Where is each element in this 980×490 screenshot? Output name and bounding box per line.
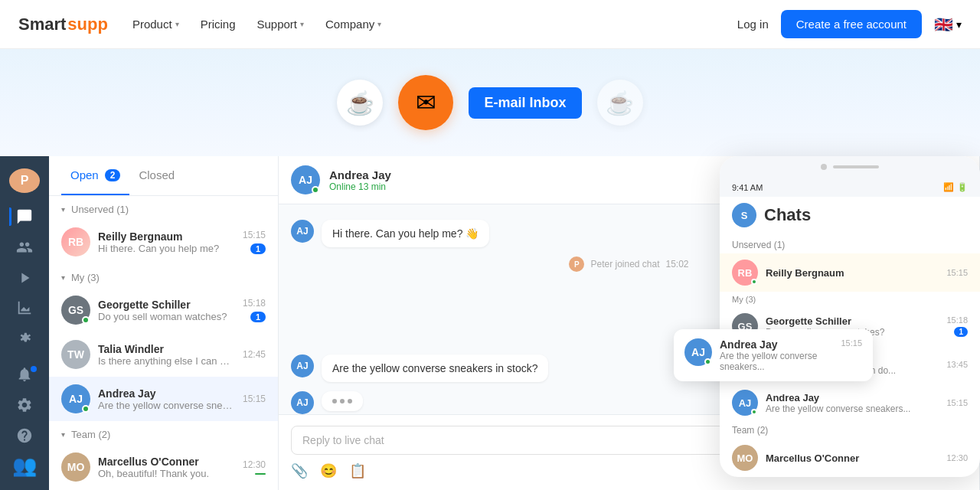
avatar-andrea: AJ <box>61 384 90 413</box>
tab-open[interactable]: Open 2 <box>61 156 129 195</box>
typing-indicator <box>322 391 363 411</box>
chevron-down-icon: ▾ <box>175 20 179 28</box>
online-dot <box>82 405 90 413</box>
sidebar-item-chat[interactable] <box>9 205 40 230</box>
phone-avatar-reilly: RB <box>732 260 758 286</box>
camera-icon <box>821 164 827 170</box>
nav-pricing[interactable]: Pricing <box>201 18 236 31</box>
msg-avatar-2: AJ <box>291 354 314 377</box>
phone-status-bar: 9:41 AM 📶 🔋 <box>720 178 980 197</box>
chat-contact-name: Andrea Jay <box>329 168 776 181</box>
unread-badge: 1 <box>250 312 266 322</box>
logo[interactable]: Smartsupp <box>18 15 108 34</box>
sidebar: P 👥 <box>0 156 49 490</box>
sidebar-item-settings[interactable] <box>9 393 40 417</box>
phone-team-label: Team (2) <box>720 422 980 439</box>
chat-contact-status: Online 13 min <box>329 181 776 192</box>
template-icon[interactable]: 📋 <box>349 462 366 479</box>
mobile-mockup: 9:41 AM 📶 🔋 S Chats Unserved (1) RB Reil… <box>720 156 980 477</box>
chat-tabs: Open 2 Closed <box>49 156 278 196</box>
phone-chat-item-reilly[interactable]: RB Reilly Bergnaum 15:15 <box>720 253 980 292</box>
avatar-georgette: GS <box>61 296 90 325</box>
sidebar-item-help[interactable] <box>9 423 40 448</box>
unread-badge: 1 <box>250 243 266 254</box>
phone-top <box>720 156 980 178</box>
avatar-marcellus: MO <box>61 452 90 482</box>
sidebar-item-notifications[interactable] <box>9 363 40 387</box>
typing-dot-2 <box>340 399 345 403</box>
sidebar-item-integrations[interactable] <box>9 326 40 351</box>
avatar-talia: TW <box>61 340 90 369</box>
nav-support[interactable]: Support ▾ <box>256 18 304 31</box>
phone-chat-item-marcellus-phone[interactable]: MO Marcellus O'Conner 12:30 <box>720 439 980 477</box>
login-button[interactable]: Log in <box>737 18 769 31</box>
phone-avatar-aj: AJ <box>732 390 758 416</box>
nav-product[interactable]: Product ▾ <box>132 18 179 31</box>
chat-item-reilly[interactable]: RB Reilly Bergnaum Hi there. Can you hel… <box>49 220 278 264</box>
chevron-down-icon: ▾ <box>61 273 65 282</box>
phone-chat-item-andrea-phone[interactable]: AJ Andrea Jay Are the yellow converse sn… <box>720 384 980 422</box>
question-bubble: Are the yellow converse sneakers in stoc… <box>322 354 548 382</box>
online-dot <box>82 316 90 324</box>
speaker-icon <box>833 165 879 168</box>
sidebar-item-bots[interactable] <box>9 266 40 290</box>
popup-time: 15:15 <box>841 338 862 348</box>
create-account-button[interactable]: Create a free account <box>781 10 922 38</box>
chevron-down-icon: ▾ <box>300 20 304 28</box>
language-selector[interactable]: 🇬🇧 ▾ <box>934 15 962 34</box>
msg-avatar-3: AJ <box>291 391 314 414</box>
phone-avatar-mo: MO <box>732 445 758 471</box>
logo-smart: Smart <box>18 15 66 34</box>
chat-list-panel: Open 2 Closed ▾ Unserved (1) RB Reilly B… <box>49 156 279 490</box>
phone-my-label: My (3) <box>720 292 980 307</box>
nav-right: Log in Create a free account 🇬🇧 ▾ <box>737 10 962 38</box>
typing-dot-1 <box>332 399 337 403</box>
popup-online-dot <box>704 358 711 365</box>
navbar: Smartsupp Product ▾ Pricing Support ▾ Co… <box>0 0 980 49</box>
chevron-down-icon: ▾ <box>61 430 65 439</box>
sidebar-item-contacts[interactable] <box>9 235 40 260</box>
phone-chats-header: S Chats <box>720 197 980 237</box>
notification-badge <box>31 366 37 372</box>
popup-name: Andrea Jay <box>720 338 833 351</box>
chat-item-content: Reilly Bergnaum Hi there. Can you help m… <box>98 230 235 254</box>
flag-icon: 🇬🇧 <box>934 15 953 34</box>
chat-notification-popup: AJ Andrea Jay Are the yellow converse sn… <box>674 329 873 381</box>
tab-closed[interactable]: Closed <box>129 156 184 195</box>
unread-badge-green <box>255 473 266 475</box>
group-my[interactable]: ▾ My (3) <box>49 264 278 288</box>
msg-avatar: AJ <box>291 220 314 243</box>
attach-icon[interactable]: 📎 <box>291 462 308 479</box>
logo-supp: supp <box>67 15 108 34</box>
chevron-down-icon: ▾ <box>956 18 962 31</box>
typing-dot-3 <box>348 399 352 403</box>
chat-item-andrea[interactable]: AJ Andrea Jay Are the yellow converse sn… <box>49 377 278 421</box>
sidebar-item-analytics[interactable] <box>9 296 40 320</box>
chat-item-georgette[interactable]: GS Georgette Schiller Do you sell woman … <box>49 288 278 332</box>
sidebar-user-avatar[interactable]: P <box>9 168 40 193</box>
phone-unread-badge: 1 <box>954 327 968 337</box>
chat-item-marcellus[interactable]: MO Marcellus O'Conner Oh, beautiful! Tha… <box>49 445 278 489</box>
chevron-down-icon: ▾ <box>377 20 381 28</box>
chat-item-talia[interactable]: TW Talia Windler Is there anything else … <box>49 332 278 377</box>
online-dot <box>751 409 757 415</box>
group-unserved[interactable]: ▾ Unserved (1) <box>49 196 278 220</box>
open-count-badge: 2 <box>105 169 121 181</box>
wifi-icon: 📶 <box>943 182 954 192</box>
popup-preview: Are the yellow converse sneakers... <box>720 351 833 372</box>
online-dot <box>751 279 757 285</box>
emoji-icon[interactable]: 😊 <box>320 462 337 479</box>
chevron-down-icon: ▾ <box>61 205 65 214</box>
phone-brand-avatar: S <box>732 203 756 227</box>
sidebar-agent-avatars[interactable]: 👥 <box>9 453 40 478</box>
chat-header-avatar: AJ <box>291 165 320 194</box>
message-bubble: Hi there. Can you help me? 👋 <box>322 220 489 247</box>
phone-unserved-label: Unserved (1) <box>720 237 980 253</box>
battery-icon: 🔋 <box>957 182 968 192</box>
nav-company[interactable]: Company ▾ <box>325 18 381 31</box>
online-indicator <box>312 186 319 194</box>
nav-links: Product ▾ Pricing Support ▾ Company ▾ <box>132 18 381 31</box>
system-avatar: P <box>569 256 584 272</box>
avatar-reilly: RB <box>61 227 90 256</box>
group-team[interactable]: ▾ Team (2) <box>49 421 278 445</box>
